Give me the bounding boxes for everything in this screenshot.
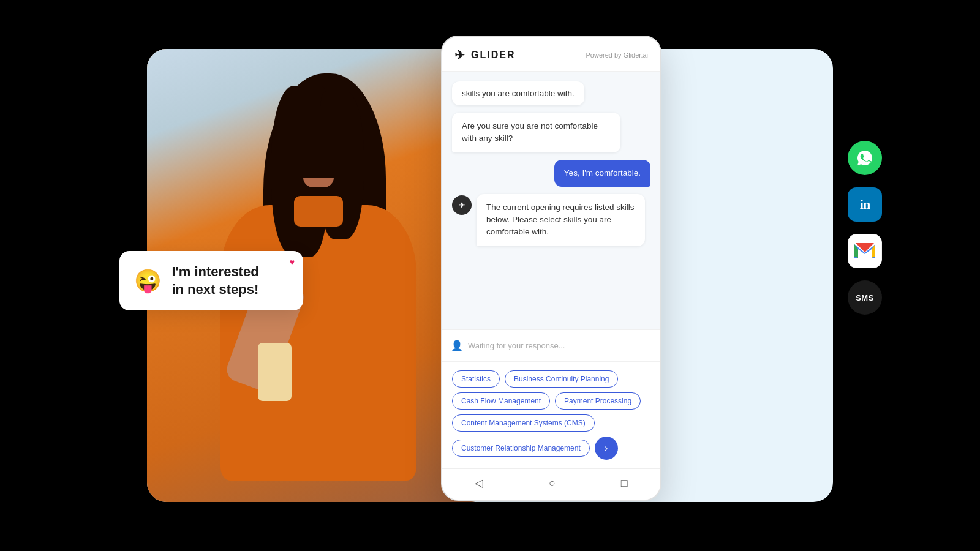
phone-nav-bar: ◁ ○ □ xyxy=(442,468,660,500)
heart-icon: ♥ xyxy=(290,257,295,267)
send-arrow-icon: › xyxy=(605,443,608,454)
glider-logo-text: GLIDER xyxy=(471,50,515,61)
social-icons-panel: in SMS xyxy=(848,141,882,315)
skill-business-continuity[interactable]: Business Continuity Planning xyxy=(505,370,618,388)
phone-chat-window: ✈ GLIDER Powered by Glider.ai skills you… xyxy=(441,36,662,501)
bot-plane-icon: ✈ xyxy=(458,200,466,210)
skills-row-4: Customer Relationship Management › xyxy=(452,437,650,460)
bot-message-row: ✈ The current opening requires listed sk… xyxy=(452,194,650,246)
chat-header: ✈ GLIDER Powered by Glider.ai xyxy=(442,37,660,72)
linkedin-text: in xyxy=(860,197,870,212)
skill-statistics[interactable]: Statistics xyxy=(452,370,500,388)
skills-row-3: Content Management Systems (CMS) xyxy=(452,414,650,432)
partial-bot-message: skills you are comfortable with. xyxy=(452,81,584,105)
bot-message-confirm: Are you sure you are not comfortable wit… xyxy=(452,113,620,152)
send-button[interactable]: › xyxy=(595,437,618,460)
skill-payment-processing[interactable]: Payment Processing xyxy=(555,392,641,410)
user-message-comfortable: Yes, I'm comfortable. xyxy=(554,160,650,187)
interest-bubble: ♥ 😜 I'm interestedin next steps! xyxy=(119,251,303,310)
glider-plane-icon: ✈ xyxy=(454,48,466,62)
skills-row-2: Cash Flow Management Payment Processing xyxy=(452,392,650,410)
gmail-icon[interactable] xyxy=(848,234,882,268)
bot-message-skills: The current opening requires listed skil… xyxy=(477,194,645,246)
scene: ♥ 😜 I'm interestedin next steps! ✈ GLIDE… xyxy=(61,24,919,527)
skill-crm[interactable]: Customer Relationship Management xyxy=(452,440,590,457)
powered-by-text: Powered by Glider.ai xyxy=(586,51,649,59)
input-area[interactable]: 👤 Waiting for your response... xyxy=(442,329,660,361)
glider-logo: ✈ GLIDER xyxy=(454,48,515,62)
recent-nav-button[interactable]: □ xyxy=(621,477,628,490)
input-placeholder: Waiting for your response... xyxy=(468,336,652,355)
home-nav-button[interactable]: ○ xyxy=(549,477,556,490)
chat-area: skills you are comfortable with. Are you… xyxy=(442,72,660,329)
skill-cms[interactable]: Content Management Systems (CMS) xyxy=(452,414,595,432)
back-nav-button[interactable]: ◁ xyxy=(475,476,483,490)
skills-row-1: Statistics Business Continuity Planning xyxy=(452,370,650,388)
sms-icon[interactable]: SMS xyxy=(848,280,882,315)
user-wait-icon: 👤 xyxy=(451,340,463,351)
emoji-icon: 😜 xyxy=(134,268,162,294)
bot-avatar: ✈ xyxy=(452,195,472,215)
interest-text: I'm interestedin next steps! xyxy=(172,263,258,298)
whatsapp-icon[interactable] xyxy=(848,141,882,175)
skills-selection-area: Statistics Business Continuity Planning … xyxy=(442,361,660,468)
skill-cash-flow[interactable]: Cash Flow Management xyxy=(452,392,550,410)
sms-text: SMS xyxy=(856,293,874,302)
linkedin-icon[interactable]: in xyxy=(848,187,882,222)
